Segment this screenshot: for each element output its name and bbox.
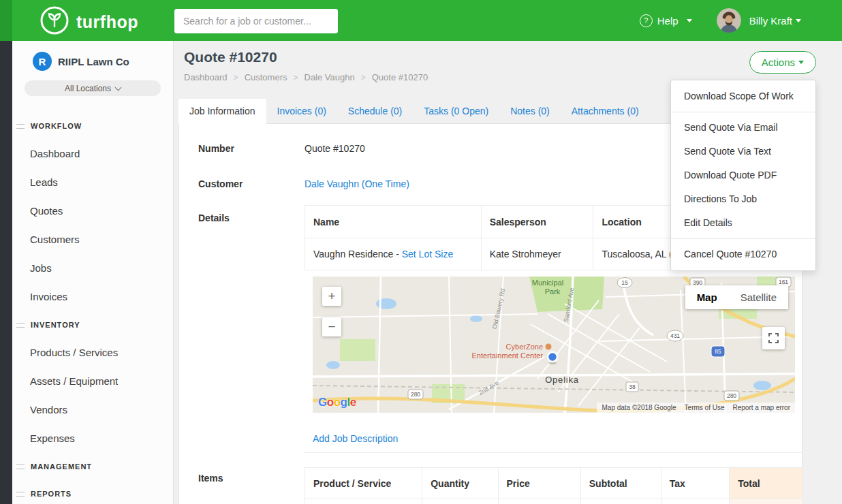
sidebar-item-dashboard[interactable]: Dashboard xyxy=(12,140,173,168)
turfhop-logo-icon xyxy=(40,5,69,38)
park-label: Municipal xyxy=(532,279,563,287)
sidebar-item-products-services[interactable]: Products / Services xyxy=(12,338,173,367)
help-question-icon: ? xyxy=(640,14,653,27)
nav-section-workflow: WORKFLOW Dashboard Leads Quotes Customer… xyxy=(12,112,173,311)
svg-text:280: 280 xyxy=(411,391,420,398)
breadcrumb-separator: > xyxy=(234,73,238,82)
menu-item-download-scope-of-work[interactable]: Download Scope Of Work xyxy=(671,84,815,108)
sidebar-item-jobs[interactable]: Jobs xyxy=(12,254,173,283)
tab-invoices[interactable]: Invoices (0) xyxy=(266,99,337,123)
menu-divider xyxy=(671,238,815,239)
actions-button[interactable]: Actions xyxy=(749,51,816,74)
map-canvas[interactable]: Old Bowery Rd Samford Ave 2nd Ave Munici… xyxy=(313,277,795,413)
report-map-error-link[interactable]: Report a map error xyxy=(733,404,790,411)
map-type-satellite-button[interactable]: Satellite xyxy=(729,285,788,309)
chevron-down-icon xyxy=(796,19,801,22)
top-bar-corner xyxy=(0,0,12,41)
map-type-toggle: Map Satellite xyxy=(685,285,788,309)
sidebar-item-vendors[interactable]: Vendors xyxy=(12,396,173,424)
fullscreen-icon xyxy=(768,332,779,344)
svg-text:15: 15 xyxy=(621,279,628,286)
fullscreen-button[interactable] xyxy=(762,327,785,349)
details-cell-salesperson: Kate Strohmeyer xyxy=(481,238,593,270)
set-lot-size-link[interactable]: Set Lot Size xyxy=(402,249,454,259)
map-type-map-button[interactable]: Map xyxy=(685,285,729,309)
breadcrumb-customers[interactable]: Customers xyxy=(245,72,287,82)
svg-text:280: 280 xyxy=(727,392,736,399)
sidebar-item-quotes[interactable]: Quotes xyxy=(12,197,173,225)
items-empty-row xyxy=(305,499,803,504)
company-block: R RIIPL Lawn Co xyxy=(12,41,173,71)
details-header-salesperson: Salesperson xyxy=(481,206,593,238)
section-lines-icon xyxy=(16,464,25,469)
breadcrumb-dashboard[interactable]: Dashboard xyxy=(184,72,228,82)
details-header-name: Name xyxy=(305,206,482,238)
tab-job-information[interactable]: Job Information xyxy=(178,99,266,124)
zoom-in-button[interactable]: + xyxy=(322,287,341,306)
user-avatar[interactable] xyxy=(717,8,741,33)
breadcrumb-dale-vaughn[interactable]: Dale Vaughn xyxy=(305,72,355,82)
tab-notes[interactable]: Notes (0) xyxy=(499,99,561,123)
menu-item-download-quote-pdf[interactable]: Download Quote PDF xyxy=(671,163,815,187)
svg-text:38: 38 xyxy=(629,383,636,390)
number-label: Number xyxy=(198,143,234,154)
user-menu[interactable]: Billy Kraft xyxy=(749,15,801,27)
customer-type-link[interactable]: (One Time) xyxy=(362,178,409,189)
poi-icon xyxy=(546,344,552,350)
nav-section-header: MANAGEMENT xyxy=(12,453,173,480)
help-label: Help xyxy=(657,15,679,27)
items-table: Product / Service Quantity Price Subtota… xyxy=(305,467,803,504)
svg-text:431: 431 xyxy=(670,332,680,339)
menu-item-send-quote-via-text[interactable]: Send Quote Via Text xyxy=(671,140,815,163)
tab-schedule[interactable]: Schedule (0) xyxy=(337,99,413,123)
company-name: RIIPL Lawn Co xyxy=(58,56,129,67)
zoom-out-button[interactable]: − xyxy=(322,317,341,336)
city-label: Opelika xyxy=(545,375,579,385)
top-bar-right: ? Help Billy Kraft xyxy=(640,0,801,41)
poi-label: CyberZone xyxy=(506,343,543,351)
brand-name: turfhop xyxy=(76,12,138,32)
tab-attachments[interactable]: Attachments (0) xyxy=(561,99,650,123)
actions-button-label: Actions xyxy=(762,57,795,68)
location-marker xyxy=(548,352,557,364)
sidebar-item-expenses[interactable]: Expenses xyxy=(12,424,173,453)
nav-section-header: REPORTS xyxy=(12,480,173,504)
map-attribution: Map data ©2018 Google Terms of Use Repor… xyxy=(597,403,795,413)
breadcrumb-separator: > xyxy=(361,73,366,82)
sidebar-item-leads[interactable]: Leads xyxy=(12,168,173,197)
add-job-description-link[interactable]: Add Job Description xyxy=(313,433,398,444)
main-content: Quote #10270 Dashboard > Customers > Dal… xyxy=(174,41,842,504)
menu-item-edit-details[interactable]: Edit Details xyxy=(671,211,815,235)
help-menu[interactable]: ? Help xyxy=(640,14,692,27)
tab-tasks[interactable]: Tasks (0 Open) xyxy=(413,99,499,123)
terms-of-use-link[interactable]: Terms of Use xyxy=(685,404,725,411)
chevron-down-icon xyxy=(115,84,122,91)
section-lines-icon xyxy=(16,323,25,328)
menu-item-cancel-quote[interactable]: Cancel Quote #10270 xyxy=(671,242,815,266)
items-header-quantity: Quantity xyxy=(422,468,498,499)
left-rail xyxy=(0,41,12,504)
chevron-down-icon xyxy=(687,19,692,22)
items-header-price: Price xyxy=(498,468,580,499)
details-label: Details xyxy=(198,212,230,223)
section-lines-icon xyxy=(16,492,25,497)
items-label: Items xyxy=(198,473,223,484)
nav-section-management: MANAGEMENT xyxy=(12,453,173,480)
sidebar-item-assets-equipment[interactable]: Assets / Equipment xyxy=(12,367,173,396)
customer-link[interactable]: Dale Vaughn xyxy=(305,178,359,189)
menu-divider xyxy=(671,112,815,112)
section-divider xyxy=(305,452,803,453)
sidebar-item-invoices[interactable]: Invoices xyxy=(12,283,173,311)
brand[interactable]: turfhop xyxy=(40,5,138,38)
number-value: Quote #10270 xyxy=(305,143,365,154)
nav-section-inventory: INVENTORY Products / Services Assets / E… xyxy=(12,311,173,453)
global-search-input[interactable] xyxy=(174,9,338,33)
tab-bar: Job Information Invoices (0) Schedule (0… xyxy=(178,99,650,124)
menu-item-send-quote-via-email[interactable]: Send Quote Via Email xyxy=(671,116,815,140)
page-title: Quote #10270 xyxy=(184,49,277,65)
location-filter[interactable]: All Locations xyxy=(25,80,161,96)
google-logo[interactable]: Google xyxy=(318,396,356,409)
menu-item-directions-to-job[interactable]: Directions To Job xyxy=(671,187,815,211)
actions-dropdown-menu: Download Scope Of Work Send Quote Via Em… xyxy=(670,80,816,271)
sidebar-item-customers[interactable]: Customers xyxy=(12,225,173,254)
